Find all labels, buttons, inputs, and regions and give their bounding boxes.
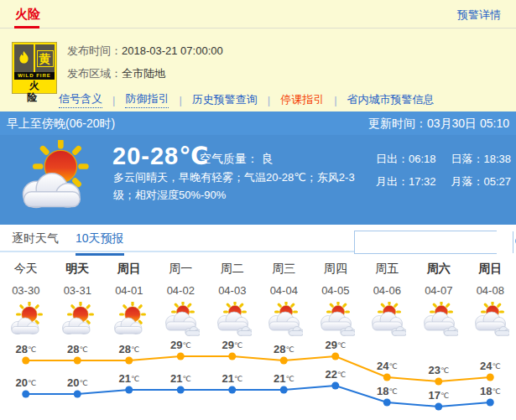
publish-area-label: 发布区域： [67, 67, 122, 80]
warning-link-4[interactable]: 省内城市预警信息 [347, 92, 435, 107]
day-date: 04-06 [362, 284, 414, 297]
svg-text:29℃: 29℃ [222, 340, 242, 351]
svg-text:21℃: 21℃ [222, 372, 242, 385]
publish-time-value: 2018-03-21 07:00:00 [122, 44, 223, 57]
link-separator: | [112, 94, 115, 106]
sun-moon-times: 日出：06:18日落：18:38月出：17:32月落：05:27 [376, 152, 511, 189]
air-quality-value: 良 [262, 152, 274, 165]
svg-text:21℃: 21℃ [274, 372, 294, 385]
city-search-box [354, 231, 497, 254]
svg-text:17℃: 17℃ [428, 389, 449, 402]
forecast-day-04-01[interactable]: 周日04-01 [103, 262, 155, 340]
warning-link-3[interactable]: 停课指引 [280, 92, 324, 107]
forecast-day-04-03[interactable]: 周二04-03 [206, 262, 258, 340]
partly-sunny-icon [103, 302, 155, 340]
warning-link-0[interactable]: 信号含义 [59, 91, 102, 108]
cloudy-icon [258, 302, 310, 340]
tab-hourly-weather[interactable]: 逐时天气 [12, 231, 59, 253]
forecast-section: 逐时天气 10天预报 今天03-30 明天03-31 [0, 225, 516, 420]
forecast-day-04-02[interactable]: 周一04-02 [155, 262, 207, 340]
search-input[interactable] [355, 231, 513, 253]
publish-area-row: 发布区域：全市陆地 [67, 66, 165, 81]
forecast-days-row: 今天03-30 明天03-31 周日04-01 [0, 262, 516, 340]
period-title: 早上至傍晚(06-20时) [7, 117, 115, 132]
day-name: 明天 [52, 262, 104, 277]
publish-time-row: 发布时间：2018-03-21 07:00:00 [67, 44, 223, 59]
svg-text:20℃: 20℃ [15, 376, 36, 389]
warning-level-char: 黄 [37, 50, 54, 67]
forecast-day-04-05[interactable]: 周四04-05 [310, 262, 362, 340]
link-separator: | [334, 94, 336, 106]
svg-text:18℃: 18℃ [377, 385, 398, 397]
svg-text:28℃: 28℃ [118, 343, 139, 355]
svg-text:21℃: 21℃ [118, 372, 139, 385]
day-date: 04-05 [310, 284, 362, 297]
warning-link-2[interactable]: 历史预警查询 [192, 92, 258, 107]
temp-range: 20-28℃ [112, 142, 209, 170]
weather-warning-page: 火险 预警详情 黄 WILD FIRE 火 险 发布时间：2018-03-21 … [0, 0, 516, 420]
search-button[interactable] [513, 231, 516, 253]
temperature-chart: 28℃28℃28℃29℃29℃28℃29℃24℃23℃24℃20℃20℃21℃2… [0, 340, 516, 420]
page-title: 火险 [15, 7, 40, 23]
svg-text:24℃: 24℃ [377, 360, 398, 372]
cloudy-icon [155, 302, 207, 340]
svg-text:28℃: 28℃ [67, 343, 88, 355]
header-bar: 火险 预警详情 [0, 0, 516, 29]
day-name: 周二 [206, 262, 258, 277]
svg-text:23℃: 23℃ [428, 364, 449, 376]
day-date: 04-08 [465, 284, 516, 297]
badge-type-en: WILD FIRE [14, 72, 55, 80]
svg-text:29℃: 29℃ [325, 340, 346, 351]
svg-text:22℃: 22℃ [325, 368, 346, 381]
flame-icon [14, 44, 34, 72]
update-time: 更新时间：03月30日 05:10 [368, 117, 509, 132]
forecast-day-03-31[interactable]: 明天03-31 [52, 262, 104, 340]
day-date: 04-02 [155, 284, 207, 297]
sun-moon-item-1: 日落：18:38 [451, 152, 512, 167]
cloudy-icon [310, 302, 362, 340]
forecast-day-04-07[interactable]: 周六04-07 [413, 262, 465, 340]
warning-section: 火险 预警详情 黄 WILD FIRE 火 险 发布时间：2018-03-21 … [0, 0, 516, 111]
day-name: 周六 [413, 262, 465, 277]
day-date: 04-03 [206, 284, 258, 297]
forecast-day-03-30[interactable]: 今天03-30 [0, 262, 52, 340]
sun-moon-item-2: 月出：17:32 [376, 174, 436, 189]
air-quality: 空气质量： 良 [200, 152, 274, 167]
title-active-underline [14, 26, 39, 29]
warning-link-1[interactable]: 防御指引 [125, 91, 169, 108]
svg-text:29℃: 29℃ [170, 340, 191, 351]
partly-sunny-icon [0, 302, 52, 340]
partly-sunny-icon [52, 302, 104, 340]
warning-details-link[interactable]: 预警详情 [457, 8, 501, 23]
current-weather-panel: 早上至傍晚(06-20时) 更新时间：03月30日 05:10 20-28℃ 空… [0, 111, 516, 225]
day-date: 03-31 [52, 284, 104, 297]
day-name: 周一 [155, 262, 207, 277]
forecast-day-04-04[interactable]: 周三04-04 [258, 262, 310, 340]
cloudy-icon [206, 302, 258, 340]
cloudy-icon [465, 302, 516, 340]
day-name: 周日 [103, 262, 155, 277]
period-banner: 早上至傍晚(06-20时) 更新时间：03月30日 05:10 [0, 111, 516, 135]
day-name: 周五 [362, 262, 414, 277]
svg-text:24℃: 24℃ [480, 360, 501, 372]
day-date: 04-01 [103, 284, 155, 297]
sun-moon-item-0: 日出：06:18 [376, 152, 436, 167]
forecast-day-04-08[interactable]: 周日04-08 [465, 262, 516, 340]
cloudy-icon [362, 302, 414, 340]
svg-text:28℃: 28℃ [15, 343, 36, 355]
weather-description: 多云间晴天，早晚有轻雾；气温20-28℃；东风2-3级；相对湿度50%-90% [113, 169, 369, 205]
day-date: 04-04 [258, 284, 310, 297]
forecast-day-04-06[interactable]: 周五04-06 [362, 262, 414, 340]
svg-text:20℃: 20℃ [67, 376, 88, 389]
tab-ten-day-forecast[interactable]: 10天预报 [76, 231, 124, 256]
partly-sunny-icon [13, 140, 94, 217]
air-quality-label: 空气质量： [200, 152, 258, 165]
warning-links: 信号含义|防御指引|历史预警查询|停课指引|省内城市预警信息 [59, 91, 435, 108]
forecast-tabs: 逐时天气 10天预报 [0, 225, 516, 252]
day-date: 03-30 [0, 284, 52, 297]
link-separator: | [179, 94, 181, 106]
svg-text:28℃: 28℃ [274, 343, 294, 355]
wildfire-warning-badge: 黄 WILD FIRE 火 险 [12, 42, 57, 94]
sun-moon-item-3: 月落：05:27 [451, 174, 512, 189]
day-date: 04-07 [413, 284, 465, 297]
